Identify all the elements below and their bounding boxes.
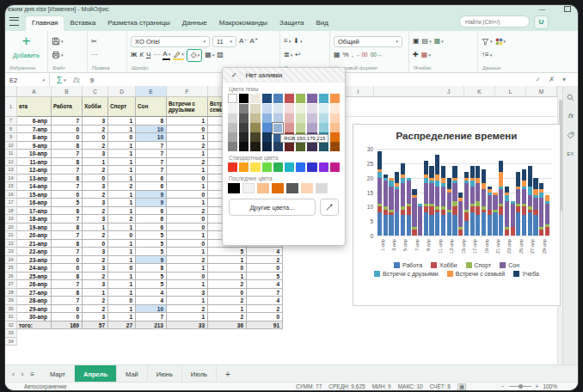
theme-tint-swatch[interactable]	[330, 113, 340, 123]
row-header-30[interactable]: 30	[5, 305, 17, 314]
recent-color-swatch[interactable]	[242, 183, 255, 193]
insert-function-button[interactable]: fx	[73, 76, 80, 84]
theme-color-swatch[interactable]	[319, 94, 328, 103]
menu-tab-Макрокоманды[interactable]: Макрокоманды	[213, 16, 273, 31]
table-cell[interactable]: 1	[167, 182, 208, 191]
table-cell[interactable]: 1	[108, 289, 136, 297]
table-cell[interactable]: 1	[108, 117, 136, 126]
recent-color-swatch[interactable]	[272, 183, 284, 193]
theme-color-swatch[interactable]	[273, 94, 283, 103]
table-cell[interactable]: 169	[52, 322, 83, 330]
standard-color-swatch[interactable]	[273, 162, 283, 172]
table-cell[interactable]: 4	[247, 248, 283, 256]
table-cell[interactable]: 6	[136, 207, 167, 216]
table-cell[interactable]: 0	[52, 126, 83, 134]
table-cell[interactable]: 5	[52, 199, 83, 207]
table-cell[interactable]: 2	[247, 256, 283, 265]
table-cell[interactable]: 24-апр	[17, 264, 52, 273]
table-cell[interactable]: 1	[208, 273, 247, 281]
table-cell[interactable]: 7	[136, 166, 167, 175]
table-cell[interactable]: 7	[136, 313, 167, 322]
table-cell[interactable]: 3	[167, 289, 208, 297]
table-cell[interactable]: 0	[208, 264, 247, 273]
table-cell[interactable]: 0	[167, 191, 208, 199]
theme-tint-swatch[interactable]	[296, 123, 305, 132]
standard-color-swatch[interactable]	[262, 162, 272, 172]
move-cells-button[interactable]: ✚	[413, 51, 419, 59]
insert-cells-button[interactable]: ▤▾	[422, 37, 432, 46]
font-grow-button[interactable]: A⁺	[250, 37, 259, 46]
table-cell[interactable]: 7	[52, 297, 83, 305]
row-header-21[interactable]: 21	[5, 231, 17, 240]
zoom-slider[interactable]	[509, 386, 531, 387]
standard-color-swatch[interactable]	[250, 162, 260, 172]
theme-tint-swatch[interactable]	[262, 113, 272, 123]
table-cell[interactable]: 28-апр	[17, 297, 52, 305]
table-cell[interactable]: 23-апр	[17, 256, 52, 265]
save-button[interactable]: ▾	[52, 37, 64, 46]
table-cell[interactable]: 1	[83, 158, 108, 167]
theme-tint-swatch[interactable]	[307, 113, 316, 123]
theme-tint-swatch[interactable]	[250, 104, 260, 113]
table-header-cell[interactable]: Работа	[52, 97, 83, 117]
table-cell[interactable]: 1	[108, 166, 136, 175]
theme-color-swatch[interactable]	[285, 94, 294, 103]
theme-tint-swatch[interactable]	[239, 142, 249, 151]
table-cell[interactable]: 0	[52, 313, 83, 322]
table-cell[interactable]: 5	[136, 240, 167, 248]
decrease-decimal-button[interactable]: ←00	[356, 51, 368, 59]
stats-settings-icon[interactable]: ▦	[457, 383, 466, 390]
table-cell[interactable]: того:	[17, 322, 52, 330]
table-cell[interactable]: 5	[247, 273, 283, 281]
stacked-bar[interactable]	[464, 172, 469, 236]
table-cell[interactable]: 20-апр	[17, 231, 52, 240]
stacked-bar[interactable]	[482, 169, 486, 236]
recent-color-swatch[interactable]	[301, 183, 313, 193]
table-cell[interactable]: 1	[167, 280, 208, 289]
table-cell[interactable]: 6	[136, 175, 167, 183]
add-favorite-label[interactable]: Добавить	[5, 52, 47, 58]
column-header-F[interactable]: F	[167, 86, 208, 97]
search-icon[interactable]	[563, 88, 578, 107]
stacked-bar[interactable]	[493, 193, 497, 236]
stacked-bar[interactable]	[384, 175, 388, 236]
theme-tint-swatch[interactable]	[330, 142, 340, 151]
row-header-9[interactable]: 9	[5, 133, 17, 142]
table-header-cell[interactable]: Хобби	[83, 97, 108, 117]
theme-tint-swatch[interactable]	[296, 113, 305, 123]
stacked-bar[interactable]	[435, 155, 439, 236]
table-cell[interactable]: 7	[136, 150, 167, 158]
row-header-12[interactable]: 12	[5, 158, 17, 167]
table-cell[interactable]: 3	[83, 199, 108, 207]
stacked-bar[interactable]	[447, 178, 451, 236]
table-cell[interactable]: 15-апр	[17, 191, 52, 199]
add-sheet-button[interactable]: +	[217, 365, 239, 383]
row-header-11[interactable]: 11	[5, 150, 17, 158]
table-cell[interactable]: 1	[108, 313, 136, 322]
vertical-align-button[interactable]: ⬇▾	[293, 37, 302, 46]
table-cell[interactable]: 1	[83, 224, 108, 232]
cancel-entry-icon[interactable]: ✗	[549, 76, 555, 83]
table-cell[interactable]: 17-апр	[17, 207, 52, 216]
table-cell[interactable]: 8-апр	[17, 133, 52, 142]
table-cell[interactable]: 91	[247, 322, 283, 330]
table-cell[interactable]: 1	[208, 305, 247, 314]
table-cell[interactable]: 1	[108, 273, 136, 281]
user-avatar[interactable]: U	[534, 15, 549, 29]
theme-color-swatch[interactable]	[330, 94, 340, 103]
table-cell[interactable]: 12-апр	[17, 166, 52, 175]
table-cell[interactable]: 7	[52, 215, 83, 224]
theme-tint-swatch[interactable]	[273, 142, 283, 151]
sheet-tab-Апрель[interactable]: Апрель	[75, 365, 117, 383]
table-cell[interactable]: 2	[83, 297, 108, 305]
table-cell[interactable]: 10	[136, 305, 167, 314]
table-cell[interactable]: 1	[108, 142, 136, 150]
table-cell[interactable]: 2	[83, 256, 108, 265]
percent-format-button[interactable]: %	[343, 51, 349, 59]
table-cell[interactable]: 0	[247, 264, 283, 273]
table-cell[interactable]: 0	[247, 313, 283, 322]
merge-cells-button[interactable]: ▣	[413, 37, 420, 46]
row-header-29[interactable]: 29	[5, 297, 17, 305]
theme-tint-swatch[interactable]	[228, 132, 237, 142]
table-cell[interactable]: 4	[247, 297, 283, 305]
